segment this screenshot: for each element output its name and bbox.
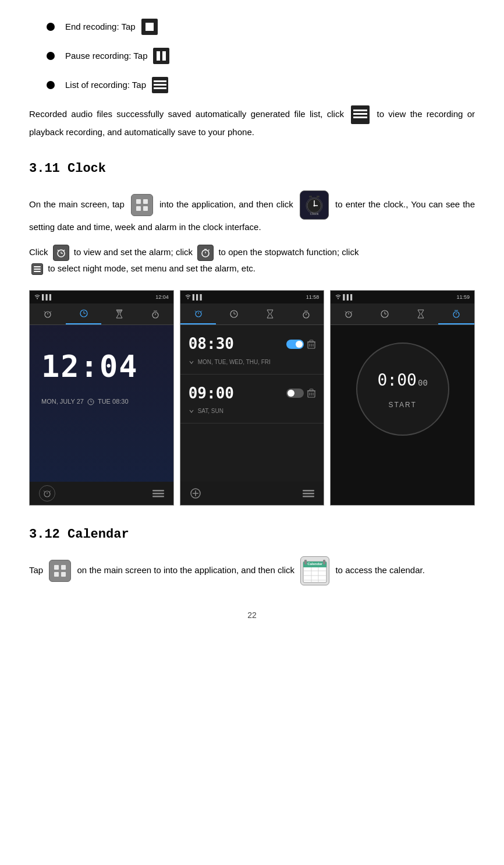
svg-rect-22 (309, 196, 312, 197)
svg-rect-98 (61, 572, 66, 577)
svg-rect-108 (323, 560, 325, 564)
alarm-bottom-icon (39, 485, 55, 502)
menu-line-3 (34, 271, 41, 272)
status-bar-1: ▌▌▌ 12:04 (30, 291, 173, 303)
alarm-time-2: 09:00 (189, 382, 316, 406)
status-time-1: 12:04 (155, 293, 169, 301)
clock-date-display: MON, JULY 27 TUE 08:30 (30, 397, 140, 407)
svg-rect-14 (143, 199, 148, 204)
alarm-indicator-icon (87, 398, 94, 405)
screenshot-row: ▌▌▌ 12:04 12:04 MON, JULY 27 TUE 08:30 (29, 290, 475, 506)
pause-recording-label: Pause recording: Tap (65, 49, 147, 63)
svg-rect-81 (303, 490, 314, 492)
svg-rect-15 (136, 206, 141, 211)
clock-tab-icon-2 (229, 309, 239, 319)
clock-tab-alarm (30, 303, 66, 324)
svg-rect-68 (310, 340, 313, 342)
chevron-down-icon-1 (189, 359, 194, 365)
svg-line-87 (345, 311, 346, 312)
svg-rect-53 (152, 493, 164, 495)
menu-bottom-icon-2 (303, 489, 314, 498)
section-311-heading: 3.11 Clock (29, 158, 475, 179)
signal-bars-2: ▌▌▌ (193, 293, 204, 301)
page-number: 22 (29, 609, 475, 622)
stopwatch-start-label: START (389, 400, 417, 411)
svg-rect-96 (61, 565, 66, 570)
menu-line-1 (34, 266, 41, 267)
clock-para1-text: On the main screen, tap (29, 199, 125, 209)
clock-tab-main-2 (216, 303, 252, 324)
calendar-icon-svg: Calendar (302, 558, 328, 584)
clock-tab-icon-3 (380, 309, 389, 319)
svg-line-51 (49, 490, 51, 492)
alarm-item-1: 08:30 MON, TUE, WED, THU, FRI (180, 325, 324, 375)
stopwatch-tab-icon-2 (302, 309, 310, 319)
clock-tab-bar-2 (180, 303, 324, 325)
alarm1-days-text: MON, TUE, WED, THU, FRI (198, 358, 271, 367)
svg-rect-74 (310, 389, 313, 391)
paragraph-calendar-intro: Tap on the main screen to into the appli… (29, 556, 475, 585)
clock-para2b: to view and set the alarm; click (74, 247, 193, 257)
paragraph1-text: Recorded audio files successfully saved … (29, 109, 344, 119)
stopwatch-svg (200, 248, 211, 258)
svg-rect-16 (143, 206, 148, 211)
svg-rect-8 (154, 87, 166, 89)
svg-rect-10 (353, 110, 367, 111)
clock-tab-hourglass-3 (403, 303, 439, 324)
svg-rect-3 (157, 51, 160, 61)
section-312-heading: 3.12 Calendar (29, 524, 475, 545)
svg-rect-95 (54, 565, 59, 570)
bullet-text-list: List of recording: Tap (65, 76, 169, 94)
alarm1-time-text: 08:30 (189, 332, 234, 356)
alarm2-days-text: SAT, SUN (198, 407, 223, 416)
screen2-bottom-bar (180, 482, 324, 505)
paragraph-recorded-files: Recorded audio files successfully saved … (29, 105, 475, 140)
svg-text:Calendar: Calendar (307, 562, 322, 566)
svg-rect-6 (154, 80, 166, 82)
status-icons-left-2: ▌▌▌ (185, 293, 204, 301)
clock-tab-stopwatch-2 (288, 303, 324, 324)
calendar-para1b: on the main screen to into the applicati… (77, 565, 295, 575)
screenshot-stopwatch: ▌▌▌ 11:59 0:00 00 START (330, 290, 475, 506)
alarm-time-1: 08:30 (189, 332, 316, 356)
bullet-end-recording: End recoding: Tap (47, 17, 475, 36)
alarm2-days: SAT, SUN (189, 407, 316, 416)
stop-icon (140, 17, 159, 36)
clock-tab-bar-3 (331, 303, 474, 325)
clock-tab-stopwatch-3 (438, 303, 474, 324)
status-bar-2: ▌▌▌ 11:58 (180, 291, 324, 303)
clock-tab-hourglass (101, 303, 137, 324)
svg-rect-107 (304, 560, 307, 564)
svg-rect-54 (152, 496, 164, 497)
list-icon (151, 76, 169, 94)
clock-para1b-text: into the application, and then click (159, 199, 293, 209)
status-bar-3: ▌▌▌ 11:59 (331, 291, 474, 303)
svg-rect-12 (353, 116, 367, 118)
alarm-tab-icon-3 (344, 309, 353, 319)
svg-rect-4 (162, 51, 166, 61)
alarm-bottom-svg (42, 489, 52, 498)
svg-point-21 (313, 205, 315, 207)
grid-app-icon (131, 194, 153, 216)
calendar-app-icon: Calendar (300, 556, 329, 585)
svg-rect-23 (317, 196, 320, 197)
alarm1-toggle (286, 340, 304, 349)
calendar-para1c: to access the calendar. (335, 565, 424, 575)
menu-small-icon (31, 263, 43, 275)
wifi-icon-3 (335, 294, 341, 300)
alarm1-days: MON, TUE, WED, THU, FRI (189, 358, 316, 367)
svg-line-38 (50, 311, 51, 312)
clock-tab-icon (79, 309, 88, 318)
signal-bars-3: ▌▌▌ (343, 293, 354, 301)
trash-icon-1 (307, 340, 315, 349)
alarm-tab-icon-2 (194, 309, 203, 318)
svg-rect-11 (353, 113, 367, 115)
alarm-next-text: TUE 08:30 (98, 397, 129, 407)
status-icons-left-1: ▌▌▌ (34, 293, 53, 301)
bullet-text-pause: Pause recording: Tap (65, 47, 171, 65)
stopwatch-circle: 0:00 00 START (356, 343, 449, 436)
stopwatch-main-time: 0:00 (378, 368, 417, 394)
wifi-icon-1 (34, 294, 40, 300)
alarm-svg (56, 248, 66, 258)
svg-rect-83 (303, 496, 314, 497)
